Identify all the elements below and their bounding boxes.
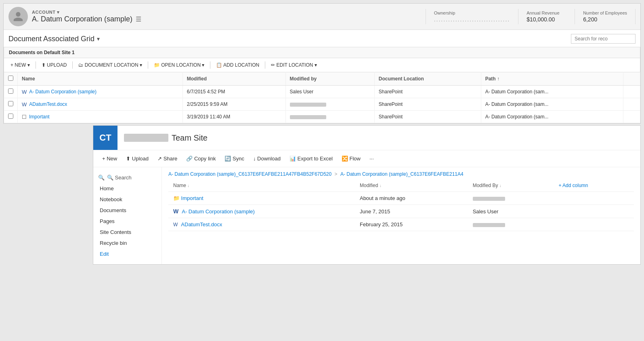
- col-modified-by: Modified by: [285, 72, 374, 86]
- row-checkbox[interactable]: [4, 86, 18, 98]
- sp-logo: CT: [93, 126, 117, 150]
- account-label: ACCOUNT ▾: [32, 10, 426, 15]
- row-doc-location: SharePoint: [374, 98, 481, 111]
- sp-row-modified: June 7, 2015: [355, 205, 468, 218]
- row-select-checkbox[interactable]: [8, 88, 13, 94]
- row-checkbox[interactable]: [4, 98, 18, 111]
- row-modified: 2/25/2015 9:59 AM: [183, 98, 285, 111]
- col-name: Name: [18, 72, 183, 86]
- sp-content: A- Datum Corporation (sample)_C6137E6FEA…: [162, 167, 640, 264]
- sp-row-modified-by: [468, 192, 554, 205]
- sp-col-modified-by[interactable]: Modified By ↓: [468, 179, 554, 192]
- sp-blurred-org-name: [124, 134, 168, 142]
- sp-nav-search[interactable]: 🔍 🔍 Search: [93, 172, 162, 183]
- sp-file-link[interactable]: W A- Datum Corporation (sample): [173, 208, 350, 215]
- account-info: ACCOUNT ▾ A. Datum Corporation (sample) …: [32, 10, 426, 23]
- row-doc-location: SharePoint: [374, 86, 481, 98]
- open-location-button[interactable]: 📁 OPEN LOCATION ▾: [151, 61, 208, 69]
- sp-row-name: W A- Datum Corporation (sample): [168, 205, 355, 218]
- sp-new-button[interactable]: + New: [98, 154, 121, 164]
- sharepoint-panel: CT Team Site + New ⬆ Upload ↗ Share 🔗 Co…: [93, 125, 641, 265]
- grid-toolbar: + NEW ▾ ⬆ UPLOAD 🗂 DOCUMENT LOCATION ▾ 📁…: [4, 58, 640, 72]
- sp-sync-button[interactable]: 🔄 Sync: [220, 154, 248, 164]
- sp-col-name[interactable]: Name ↓: [168, 179, 355, 192]
- sp-download-button[interactable]: ↓ Download: [249, 154, 285, 164]
- account-fields: Ownership ..............................…: [426, 9, 636, 24]
- sp-flow-button[interactable]: 🔀 Flow: [338, 154, 365, 164]
- sp-file-link[interactable]: 📁 Important: [173, 195, 350, 201]
- table-header-row: Name Modified Modified by Document Locat…: [4, 72, 640, 86]
- sp-nav-edit[interactable]: Edit: [93, 248, 162, 259]
- row-path: A- Datum Corporation (sam...: [481, 86, 623, 98]
- edit-location-button[interactable]: ✏ EDIT LOCATION ▾: [268, 61, 320, 69]
- row-name: ☐ Important: [18, 111, 183, 123]
- sp-nav: 🔍 🔍 Search Home Notebook Documents Pages…: [93, 167, 162, 264]
- file-link[interactable]: ☐ Important: [22, 114, 178, 120]
- document-location-button[interactable]: 🗂 DOCUMENT LOCATION ▾: [75, 61, 145, 69]
- sp-more-button[interactable]: ···: [365, 154, 378, 164]
- col-doc-location: Document Location: [374, 72, 481, 86]
- toolbar-separator-1: [36, 61, 36, 69]
- sp-nav-recycle-bin[interactable]: Recycle bin: [93, 238, 162, 248]
- toolbar-separator-5: [265, 61, 265, 69]
- sp-row-extra: [554, 192, 634, 205]
- row-name: W ADatumTest.docx: [18, 98, 183, 111]
- row-path: A- Datum Corporation (sam...: [481, 98, 623, 111]
- sp-copy-link-button[interactable]: 🔗 Copy link: [182, 154, 220, 164]
- grid-section: Document Associated Grid ▾: [4, 30, 640, 47]
- row-modified: 3/19/2019 11:40 AM: [183, 111, 285, 123]
- breadcrumb-part1[interactable]: A- Datum Corporation (sample)_C6137E6FEA…: [168, 171, 331, 177]
- sp-row-modified: February 25, 2015: [355, 218, 468, 231]
- ownership-value: ................................: [434, 16, 510, 23]
- col-extra: [623, 72, 640, 86]
- sp-nav-notebook[interactable]: Notebook: [93, 194, 162, 205]
- row-modified: 6/7/2015 4:52 PM: [183, 86, 285, 98]
- employees-value: 6,200: [583, 16, 627, 23]
- row-doc-location: SharePoint: [374, 111, 481, 123]
- sp-table-row: W A- Datum Corporation (sample) June 7, …: [168, 205, 634, 218]
- select-all-checkbox[interactable]: [8, 76, 13, 81]
- file-link[interactable]: W ADatumTest.docx: [22, 101, 178, 107]
- sp-table-header: Name ↓ Modified ↓ Modified By ↓ + Add co…: [168, 179, 634, 192]
- file-link[interactable]: W A- Datum Corporation (sample): [22, 89, 178, 95]
- sp-site-name: Team Site: [117, 133, 214, 143]
- top-crm-panel: ACCOUNT ▾ A. Datum Corporation (sample) …: [3, 3, 641, 124]
- sp-table-row: W ADatumTest.docx February 25, 2015: [168, 218, 634, 231]
- sp-col-modified[interactable]: Modified ↓: [355, 179, 468, 192]
- annual-revenue-label: Annual Revenue: [527, 11, 566, 15]
- avatar: [8, 7, 28, 26]
- sp-row-extra: [554, 218, 634, 231]
- table-row: ☐ Important 3/19/2019 11:40 AM SharePoin…: [4, 111, 640, 123]
- account-name: A. Datum Corporation (sample) ☰: [32, 15, 426, 23]
- ownership-label: Ownership: [434, 11, 510, 15]
- new-button[interactable]: + NEW ▾: [7, 61, 33, 69]
- sp-row-extra: [554, 205, 634, 218]
- sp-upload-button[interactable]: ⬆ Upload: [122, 154, 153, 164]
- add-location-button[interactable]: 📋 ADD LOCATION: [213, 61, 262, 69]
- sp-nav-documents[interactable]: Documents: [93, 205, 162, 216]
- upload-button[interactable]: ⬆ UPLOAD: [38, 61, 70, 69]
- sp-row-modified-by: Sales User: [468, 205, 554, 218]
- search-input[interactable]: [571, 34, 636, 44]
- row-select-checkbox[interactable]: [8, 114, 13, 119]
- row-extra: [623, 86, 640, 98]
- hamburger-icon[interactable]: ☰: [136, 15, 141, 23]
- account-header: ACCOUNT ▾ A. Datum Corporation (sample) …: [4, 4, 640, 30]
- row-checkbox[interactable]: [4, 111, 18, 123]
- sp-col-add[interactable]: + Add column: [554, 179, 634, 192]
- sp-header: CT Team Site: [93, 126, 640, 150]
- grid-title-chevron[interactable]: ▾: [97, 36, 100, 42]
- toolbar-separator-4: [210, 61, 210, 69]
- sp-export-button[interactable]: 📊 Export to Excel: [285, 154, 337, 164]
- annual-revenue-value: $10,000.00: [527, 16, 566, 23]
- annual-revenue-field: Annual Revenue $10,000.00: [518, 9, 575, 24]
- sp-file-link[interactable]: W ADatumTest.docx: [173, 221, 350, 227]
- sp-share-button[interactable]: ↗ Share: [153, 154, 181, 164]
- sp-nav-home[interactable]: Home: [93, 183, 162, 194]
- checkbox-header[interactable]: [4, 72, 18, 86]
- ownership-field: Ownership ..............................…: [426, 9, 518, 24]
- breadcrumb-part2[interactable]: A- Datum Corporation (sample)_C6137E6FEA…: [340, 171, 464, 177]
- sp-nav-pages[interactable]: Pages: [93, 216, 162, 227]
- row-select-checkbox[interactable]: [8, 101, 13, 106]
- sp-nav-site-contents[interactable]: Site Contents: [93, 227, 162, 238]
